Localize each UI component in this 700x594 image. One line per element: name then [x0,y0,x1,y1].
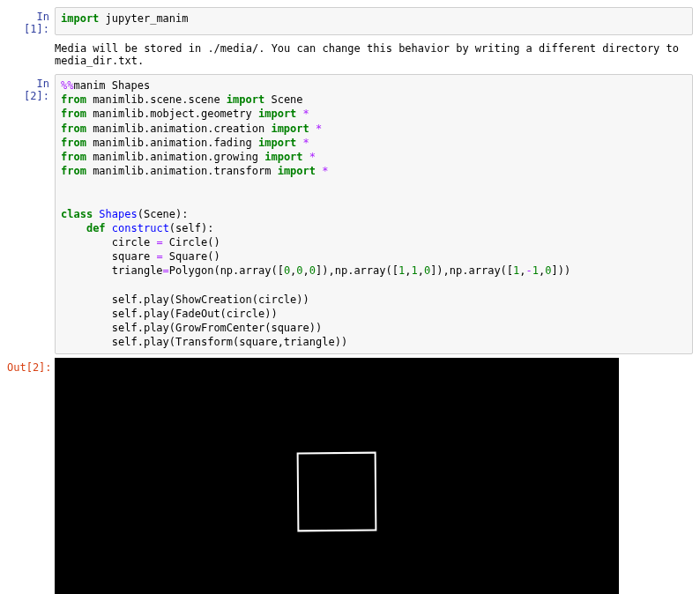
in-prompt-1: In [1]: [7,7,55,35]
code-cell-2: In [2]: %%manim Shapes from manimlib.sce… [7,74,693,354]
code-input-1[interactable]: import jupyter_manim [55,7,693,35]
out-prompt-2: Out[2]: [7,358,55,594]
in-prompt-2: In [2]: [7,74,55,354]
code-cell-1: In [1]: import jupyter_manim [7,7,693,35]
output-cell-1: Media will be stored in ./media/. You ca… [7,39,693,71]
out-prompt-blank-1 [7,39,55,71]
video-output: 0:03 / 0:04 [55,358,693,594]
code-input-2[interactable]: %%manim Shapes from manimlib.scene.scene… [55,74,693,354]
text-output-1: Media will be stored in ./media/. You ca… [55,39,693,71]
video-square-shape [297,452,377,532]
output-cell-2: Out[2]: 0:03 / 0:04 [7,358,693,594]
video-player[interactable]: 0:03 / 0:04 [55,358,619,594]
video-frame [55,358,619,594]
